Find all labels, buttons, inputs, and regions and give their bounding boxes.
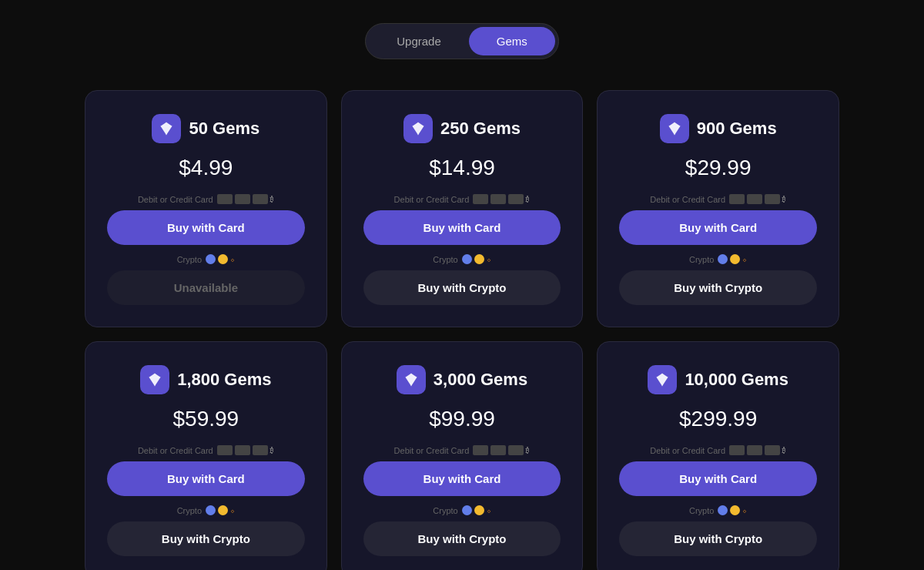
buy-card-button[interactable]: Buy with Card bbox=[619, 461, 817, 496]
btc-icon: ⬦ bbox=[230, 255, 235, 263]
gem-card-1: 250 Gems $14.99 Debit or Credit Card ₿ B… bbox=[341, 90, 584, 327]
card-payment-label: Debit or Credit Card ₿ bbox=[650, 194, 786, 204]
gem-name: 1,800 Gems bbox=[177, 370, 271, 390]
buy-card-button[interactable]: Buy with Card bbox=[107, 461, 305, 496]
bnb-icon bbox=[474, 254, 484, 264]
gem-header: 3,000 Gems bbox=[397, 365, 527, 394]
card-payment-section: Debit or Credit Card ₿ Buy with Card bbox=[107, 445, 305, 496]
gem-icon bbox=[403, 114, 433, 143]
card-icons: ₿ bbox=[217, 445, 274, 455]
card-payment-label: Debit or Credit Card ₿ bbox=[394, 194, 531, 204]
crypto-payment-section: Crypto ⬦ Unavailable bbox=[107, 254, 305, 305]
gem-header: 10,000 Gems bbox=[648, 365, 788, 394]
gem-name: 250 Gems bbox=[440, 119, 521, 139]
unavailable-button: Unavailable bbox=[107, 270, 305, 305]
crypto-payment-section: Crypto ⬦ Buy with Crypto bbox=[619, 505, 817, 556]
visa-icon bbox=[729, 445, 745, 455]
buy-card-button[interactable]: Buy with Card bbox=[619, 210, 817, 245]
gem-price: $299.99 bbox=[679, 407, 757, 431]
gem-price: $4.99 bbox=[179, 156, 233, 180]
buy-crypto-button[interactable]: Buy with Crypto bbox=[619, 270, 817, 305]
gem-icon bbox=[660, 114, 689, 143]
crypto-payment-section: Crypto ⬦ Buy with Crypto bbox=[363, 505, 561, 556]
amex-icon bbox=[765, 445, 780, 455]
visa-icon bbox=[217, 194, 233, 204]
crypto-payment-label: Crypto ⬦ bbox=[689, 254, 747, 264]
eth-icon bbox=[206, 254, 216, 264]
gem-price: $99.99 bbox=[429, 407, 495, 431]
btc-icon: ⬦ bbox=[742, 506, 747, 515]
gems-grid: 50 Gems $4.99 Debit or Credit Card ₿ Buy… bbox=[85, 90, 839, 570]
gem-card-5: 10,000 Gems $299.99 Debit or Credit Card… bbox=[597, 341, 839, 570]
btc-icon: ⬦ bbox=[742, 255, 747, 263]
gem-icon bbox=[397, 365, 426, 394]
more-cards-icon: ₿ bbox=[270, 195, 274, 203]
crypto-payment-section: Crypto ⬦ Buy with Crypto bbox=[619, 254, 817, 305]
eth-icon bbox=[206, 505, 216, 515]
mastercard-icon bbox=[490, 194, 506, 204]
gem-header: 900 Gems bbox=[660, 114, 777, 143]
crypto-payment-label: Crypto ⬦ bbox=[689, 505, 747, 515]
amex-icon bbox=[765, 194, 780, 204]
gem-card-0: 50 Gems $4.99 Debit or Credit Card ₿ Buy… bbox=[85, 90, 327, 327]
buy-card-button[interactable]: Buy with Card bbox=[363, 461, 561, 496]
card-icons: ₿ bbox=[473, 445, 530, 455]
gem-card-3: 1,800 Gems $59.99 Debit or Credit Card ₿… bbox=[85, 341, 327, 570]
mastercard-icon bbox=[747, 445, 762, 455]
amex-icon bbox=[253, 194, 268, 204]
amex-icon bbox=[508, 445, 524, 455]
buy-crypto-button[interactable]: Buy with Crypto bbox=[363, 270, 561, 305]
gem-header: 1,800 Gems bbox=[140, 365, 271, 394]
mastercard-icon bbox=[747, 194, 762, 204]
crypto-icons: ⬦ bbox=[206, 505, 235, 515]
gem-price: $29.99 bbox=[685, 156, 752, 180]
card-payment-section: Debit or Credit Card ₿ Buy with Card bbox=[619, 194, 817, 245]
gem-icon bbox=[140, 365, 169, 394]
gem-name: 900 Gems bbox=[697, 119, 777, 139]
bnb-icon bbox=[730, 254, 740, 264]
gem-card-4: 3,000 Gems $99.99 Debit or Credit Card ₿… bbox=[341, 341, 584, 570]
mastercard-icon bbox=[235, 445, 250, 455]
card-payment-section: Debit or Credit Card ₿ Buy with Card bbox=[107, 194, 305, 245]
gem-header: 250 Gems bbox=[403, 114, 521, 143]
buy-card-button[interactable]: Buy with Card bbox=[107, 210, 305, 245]
tab-gems[interactable]: Gems bbox=[469, 27, 555, 55]
crypto-icons: ⬦ bbox=[462, 254, 491, 264]
card-icons: ₿ bbox=[217, 194, 274, 204]
gem-icon bbox=[648, 365, 677, 394]
eth-icon bbox=[718, 505, 728, 515]
crypto-payment-section: Crypto ⬦ Buy with Crypto bbox=[363, 254, 561, 305]
buy-crypto-button[interactable]: Buy with Crypto bbox=[619, 521, 817, 556]
more-cards-icon: ₿ bbox=[526, 195, 530, 203]
more-cards-icon: ₿ bbox=[526, 446, 530, 454]
eth-icon bbox=[462, 254, 472, 264]
btc-icon: ⬦ bbox=[487, 506, 491, 515]
buy-crypto-button[interactable]: Buy with Crypto bbox=[107, 521, 305, 556]
tab-upgrade[interactable]: Upgrade bbox=[369, 27, 469, 55]
card-payment-section: Debit or Credit Card ₿ Buy with Card bbox=[363, 194, 561, 245]
card-payment-label: Debit or Credit Card ₿ bbox=[138, 445, 274, 455]
card-payment-label: Debit or Credit Card ₿ bbox=[138, 194, 274, 204]
amex-icon bbox=[508, 194, 524, 204]
more-cards-icon: ₿ bbox=[782, 195, 786, 203]
buy-card-button[interactable]: Buy with Card bbox=[363, 210, 561, 245]
visa-icon bbox=[473, 445, 488, 455]
bnb-icon bbox=[218, 254, 228, 264]
bnb-icon bbox=[730, 505, 740, 515]
card-payment-label: Debit or Credit Card ₿ bbox=[650, 445, 786, 455]
mastercard-icon bbox=[235, 194, 250, 204]
crypto-payment-label: Crypto ⬦ bbox=[177, 505, 235, 515]
gem-name: 10,000 Gems bbox=[685, 370, 788, 390]
crypto-payment-label: Crypto ⬦ bbox=[433, 505, 490, 515]
card-payment-label: Debit or Credit Card ₿ bbox=[394, 445, 531, 455]
visa-icon bbox=[473, 194, 488, 204]
gem-price: $14.99 bbox=[429, 156, 495, 180]
gem-card-2: 900 Gems $29.99 Debit or Credit Card ₿ B… bbox=[597, 90, 839, 327]
card-icons: ₿ bbox=[729, 445, 786, 455]
buy-crypto-button[interactable]: Buy with Crypto bbox=[363, 521, 561, 556]
eth-icon bbox=[718, 254, 728, 264]
visa-icon bbox=[217, 445, 233, 455]
gem-header: 50 Gems bbox=[152, 114, 259, 143]
gem-name: 50 Gems bbox=[189, 119, 259, 139]
btc-icon: ⬦ bbox=[487, 255, 491, 263]
